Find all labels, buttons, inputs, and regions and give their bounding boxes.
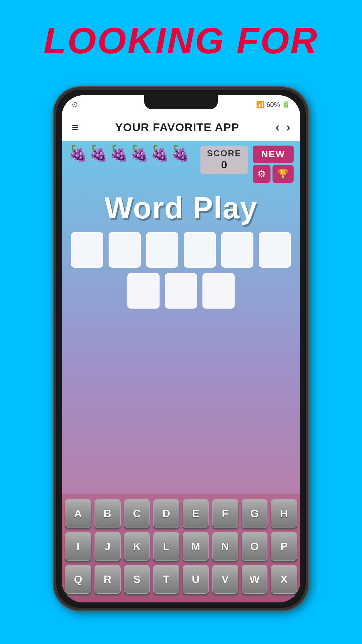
grape-3: 🍇: [109, 146, 128, 161]
phone-screen: ⊙ 📶 60% 🔋 ≡ YOUR FAVORITE APP ‹ ›: [62, 95, 300, 602]
battery-icon: 🔋: [282, 101, 290, 109]
key-O[interactable]: O: [242, 532, 268, 561]
grape-4: 🍇: [130, 146, 149, 161]
keyboard-row-1: A B C D E F G H: [65, 499, 297, 528]
key-U[interactable]: U: [183, 565, 209, 594]
back-arrow[interactable]: ‹: [276, 120, 280, 135]
key-N[interactable]: N: [212, 532, 238, 561]
letter-box-1-6[interactable]: [259, 232, 291, 268]
phone-mockup: ⊙ 📶 60% 🔋 ≡ YOUR FAVORITE APP ‹ ›: [54, 87, 308, 624]
icon-buttons: ⚙ 🏆: [253, 165, 294, 183]
grapes-row: 🍇 🍇 🍇 🍇 🍇 🍇: [68, 146, 196, 161]
key-Q[interactable]: Q: [65, 565, 91, 594]
key-C[interactable]: C: [124, 499, 150, 528]
score-value: 0: [207, 159, 241, 171]
letter-box-2-3[interactable]: [202, 273, 235, 309]
letter-grid: [62, 232, 300, 309]
game-buttons: NEW ⚙ 🏆: [253, 146, 294, 183]
letter-box-1-1[interactable]: [71, 232, 103, 268]
key-K[interactable]: K: [124, 532, 150, 561]
score-box: SCORE 0: [200, 146, 248, 174]
game-area: 🍇 🍇 🍇 🍇 🍇 🍇 SCORE 0 NEW ⚙: [62, 141, 300, 602]
score-label: SCORE: [207, 148, 241, 159]
page-heading: LOOKING FOR: [0, 0, 362, 61]
volume-up-button: [54, 201, 56, 227]
key-J[interactable]: J: [95, 532, 121, 561]
battery-percent: 60%: [266, 101, 280, 109]
key-L[interactable]: L: [153, 532, 179, 561]
grape-2: 🍇: [89, 146, 108, 161]
app-title: YOUR FAVORITE APP: [115, 121, 239, 134]
status-left-icon: ⊙: [72, 100, 78, 109]
key-S[interactable]: S: [124, 565, 150, 594]
menu-icon[interactable]: ≡: [72, 120, 79, 135]
game-top-bar: 🍇 🍇 🍇 🍇 🍇 🍇 SCORE 0 NEW ⚙: [62, 141, 300, 187]
grape-1: 🍇: [68, 146, 87, 161]
key-W[interactable]: W: [242, 565, 268, 594]
power-button: [306, 204, 308, 231]
key-E[interactable]: E: [183, 499, 209, 528]
keyboard-row-3: Q R S T U V W X: [65, 565, 297, 594]
key-D[interactable]: D: [153, 499, 179, 528]
key-V[interactable]: V: [212, 565, 238, 594]
key-I[interactable]: I: [65, 532, 91, 561]
key-P[interactable]: P: [271, 532, 297, 561]
mute-button: [54, 177, 56, 194]
nav-arrows: ‹ ›: [276, 120, 290, 135]
key-R[interactable]: R: [95, 565, 121, 594]
grape-6: 🍇: [171, 146, 190, 161]
key-H[interactable]: H: [271, 499, 297, 528]
letter-box-1-2[interactable]: [109, 232, 141, 268]
signal-icon: 📶: [256, 101, 264, 109]
status-right: 📶 60% 🔋: [256, 101, 290, 109]
trophy-button[interactable]: 🏆: [273, 165, 294, 183]
settings-button[interactable]: ⚙: [253, 165, 270, 183]
app-header: ≡ YOUR FAVORITE APP ‹ ›: [62, 114, 300, 141]
key-T[interactable]: T: [153, 565, 179, 594]
key-B[interactable]: B: [95, 499, 121, 528]
game-title: Word Play: [62, 191, 300, 225]
letter-box-1-4[interactable]: [184, 232, 216, 268]
notch: [144, 95, 218, 109]
letter-box-1-3[interactable]: [146, 232, 178, 268]
letter-box-2-1[interactable]: [127, 273, 160, 309]
key-F[interactable]: F: [212, 499, 238, 528]
key-X[interactable]: X: [271, 565, 297, 594]
letter-row-2: [68, 273, 294, 309]
forward-arrow[interactable]: ›: [286, 120, 290, 135]
key-M[interactable]: M: [183, 532, 209, 561]
letter-box-1-5[interactable]: [221, 232, 253, 268]
phone-shell: ⊙ 📶 60% 🔋 ≡ YOUR FAVORITE APP ‹ ›: [54, 87, 308, 610]
keyboard-row-2: I J K L M N O P: [65, 532, 297, 561]
key-G[interactable]: G: [242, 499, 268, 528]
keyboard: A B C D E F G H I J K L M: [62, 494, 300, 602]
key-A[interactable]: A: [65, 499, 91, 528]
letter-box-2-2[interactable]: [165, 273, 197, 309]
letter-row-1: [68, 232, 294, 268]
volume-down-button: [54, 234, 56, 261]
grape-5: 🍇: [150, 146, 169, 161]
new-game-button[interactable]: NEW: [253, 146, 294, 163]
